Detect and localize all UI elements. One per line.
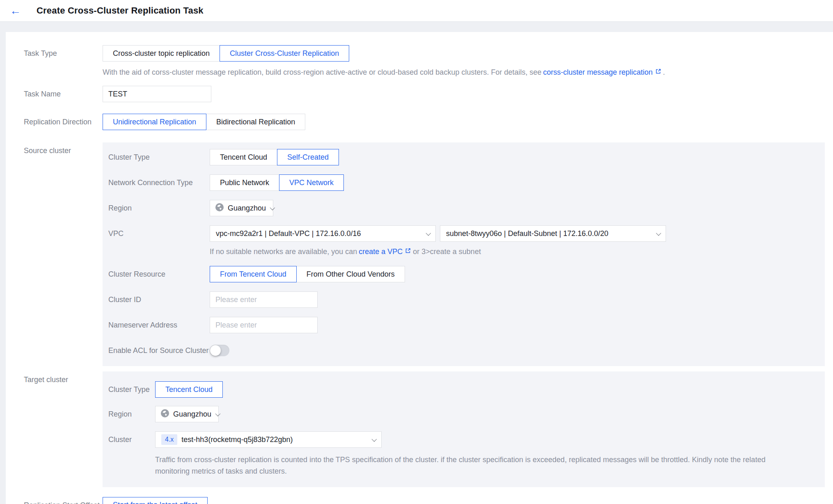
target-cluster-type-options: Tencent Cloud bbox=[155, 381, 223, 398]
create-vpc-link[interactable]: create a VPC bbox=[359, 247, 403, 256]
task-name-label: Task Name bbox=[24, 86, 103, 102]
cluster-version-badge: 4.x bbox=[161, 434, 177, 445]
cluster-resource-row: Cluster Resource From Tencent Cloud From… bbox=[108, 266, 818, 282]
task-name-input[interactable] bbox=[103, 86, 211, 102]
header-divider-band bbox=[0, 21, 833, 32]
target-cluster-type-label: Cluster Type bbox=[108, 381, 155, 398]
chevron-down-icon bbox=[372, 436, 377, 442]
description-period: . bbox=[663, 68, 665, 77]
task-type-option-cluster-replication[interactable]: Cluster Cross-Cluster Replication bbox=[220, 45, 349, 62]
tps-throttle-note: Traffic from cross-cluster replication i… bbox=[155, 454, 799, 477]
toggle-knob bbox=[210, 345, 221, 356]
replication-start-offset-row: Replication Start Offset Start from the … bbox=[24, 497, 833, 504]
source-region-select[interactable]: Guangzhou bbox=[210, 200, 273, 216]
network-connection-type-row: Network Connection Type Public Network V… bbox=[108, 174, 818, 191]
target-cluster-panel: Cluster Type Tencent Cloud Region Guangz… bbox=[103, 371, 825, 487]
target-cluster-select[interactable]: 4.x test-hh3(rocketmq-q5j83b722gbn) bbox=[155, 431, 382, 448]
vpc-selects: vpc-mc92a2r1 | Default-VPC | 172.16.0.0/… bbox=[210, 225, 666, 242]
task-type-description: With the aid of corss-cluster message re… bbox=[103, 68, 665, 77]
source-cluster-panel: Cluster Type Tencent Cloud Self-Created … bbox=[103, 142, 825, 366]
vpc-controls: vpc-mc92a2r1 | Default-VPC | 172.16.0.0/… bbox=[210, 225, 666, 256]
start-from-latest-offset-button[interactable]: Start from the latest offset bbox=[103, 497, 208, 504]
source-cluster-type-tencent-cloud[interactable]: Tencent Cloud bbox=[210, 149, 277, 165]
vpc-select[interactable]: vpc-mc92a2r1 | Default-VPC | 172.16.0.0/… bbox=[210, 225, 436, 242]
direction-option-bidirectional[interactable]: Bidirectional Replication bbox=[206, 114, 305, 130]
nameserver-address-label: Nameserver Address bbox=[108, 317, 210, 333]
task-type-row: Task Type Cross-cluster topic replicatio… bbox=[24, 45, 833, 77]
enable-acl-label: Enable ACL for Source Cluster bbox=[108, 342, 210, 356]
chevron-down-icon bbox=[656, 230, 661, 236]
vpc-hint-text: If no suitable networks are available, y… bbox=[210, 247, 357, 256]
globe-icon bbox=[215, 203, 224, 214]
task-type-option-topic-replication[interactable]: Cross-cluster topic replication bbox=[103, 45, 220, 62]
back-arrow-icon[interactable]: ← bbox=[10, 5, 21, 16]
task-type-label: Task Type bbox=[24, 45, 103, 77]
enable-acl-row: Enable ACL for Source Cluster bbox=[108, 342, 818, 356]
target-cluster-select-row: Cluster 4.x test-hh3(rocketmq-q5j83b722g… bbox=[108, 431, 818, 477]
source-cluster-type-label: Cluster Type bbox=[108, 149, 210, 165]
target-region-value: Guangzhou bbox=[173, 410, 211, 419]
globe-icon bbox=[160, 409, 169, 420]
vpc-select-value: vpc-mc92a2r1 | Default-VPC | 172.16.0.0/… bbox=[216, 229, 421, 238]
target-cluster-type-tencent-cloud[interactable]: Tencent Cloud bbox=[155, 381, 223, 398]
source-region-label: Region bbox=[108, 200, 210, 216]
external-link-icon bbox=[655, 68, 661, 77]
chevron-down-icon bbox=[215, 411, 221, 416]
source-cluster-label: Source cluster bbox=[24, 142, 103, 366]
task-type-control: Cross-cluster topic replication Cluster … bbox=[103, 45, 665, 77]
source-cluster-type-row: Cluster Type Tencent Cloud Self-Created bbox=[108, 149, 818, 165]
source-cluster-type-self-created[interactable]: Self-Created bbox=[277, 149, 339, 165]
cluster-resource-from-tencent[interactable]: From Tencent Cloud bbox=[210, 266, 297, 282]
chevron-down-icon bbox=[270, 205, 275, 210]
source-cluster-type-options: Tencent Cloud Self-Created bbox=[210, 149, 339, 165]
task-name-row: Task Name bbox=[24, 86, 833, 102]
chevron-down-icon bbox=[426, 230, 431, 236]
target-cluster-label: Target cluster bbox=[24, 371, 103, 487]
nameserver-address-row: Nameserver Address bbox=[108, 317, 818, 333]
vpc-row: VPC vpc-mc92a2r1 | Default-VPC | 172.16.… bbox=[108, 225, 818, 256]
message-replication-doc-link[interactable]: corss-cluster message replication bbox=[543, 68, 652, 77]
replication-start-offset-options: Start from the latest offset bbox=[103, 497, 208, 504]
target-cluster-select-label: Cluster bbox=[108, 431, 155, 477]
cluster-resource-label: Cluster Resource bbox=[108, 266, 210, 282]
cluster-resource-options: From Tencent Cloud From Other Cloud Vend… bbox=[210, 266, 405, 282]
target-cluster-value: test-hh3(rocketmq-q5j83b722gbn) bbox=[181, 435, 367, 444]
source-region-row: Region Guangzhou bbox=[108, 200, 818, 216]
direction-option-unidirectional[interactable]: Unidirectional Replication bbox=[103, 114, 206, 130]
enable-acl-toggle[interactable] bbox=[210, 345, 229, 356]
network-option-public[interactable]: Public Network bbox=[210, 174, 279, 191]
task-type-options: Cross-cluster topic replication Cluster … bbox=[103, 45, 665, 62]
target-region-label: Region bbox=[108, 406, 155, 422]
page-header: ← Create Cross-Cluster Replication Task bbox=[0, 0, 833, 21]
vpc-hint: If no suitable networks are available, y… bbox=[210, 247, 666, 256]
replication-direction-row: Replication Direction Unidirectional Rep… bbox=[24, 114, 833, 130]
cluster-id-input[interactable] bbox=[210, 291, 318, 308]
source-cluster-row: Source cluster Cluster Type Tencent Clou… bbox=[24, 142, 833, 366]
nameserver-address-input[interactable] bbox=[210, 317, 318, 333]
source-region-value: Guangzhou bbox=[228, 204, 266, 213]
cluster-id-row: Cluster ID bbox=[108, 291, 818, 308]
target-cluster-type-row: Cluster Type Tencent Cloud bbox=[108, 381, 818, 398]
replication-start-offset-label: Replication Start Offset bbox=[24, 497, 103, 504]
vpc-label: VPC bbox=[108, 225, 210, 256]
target-cluster-row: Target cluster Cluster Type Tencent Clou… bbox=[24, 371, 833, 487]
subnet-select-value: subnet-8twyy06o | Default-Subnet | 172.1… bbox=[446, 229, 651, 238]
replication-direction-label: Replication Direction bbox=[24, 114, 103, 130]
vpc-hint-suffix: or 3>create a subnet bbox=[413, 247, 481, 256]
target-cluster-select-wrap: 4.x test-hh3(rocketmq-q5j83b722gbn) Traf… bbox=[155, 431, 799, 477]
network-connection-options: Public Network VPC Network bbox=[210, 174, 344, 191]
cluster-resource-from-other-vendors[interactable]: From Other Cloud Vendors bbox=[296, 266, 405, 282]
external-link-icon bbox=[405, 247, 411, 256]
subnet-select[interactable]: subnet-8twyy06o | Default-Subnet | 172.1… bbox=[440, 225, 666, 242]
description-text: With the aid of corss-cluster message re… bbox=[103, 68, 541, 77]
page-title: Create Cross-Cluster Replication Task bbox=[37, 5, 204, 16]
target-region-row: Region Guangzhou bbox=[108, 406, 818, 422]
network-connection-type-label: Network Connection Type bbox=[108, 174, 210, 191]
target-region-select[interactable]: Guangzhou bbox=[155, 406, 219, 422]
form-card: Task Type Cross-cluster topic replicatio… bbox=[6, 32, 833, 504]
network-option-vpc[interactable]: VPC Network bbox=[279, 174, 344, 191]
cluster-id-label: Cluster ID bbox=[108, 291, 210, 308]
replication-direction-options: Unidirectional Replication Bidirectional… bbox=[103, 114, 305, 130]
